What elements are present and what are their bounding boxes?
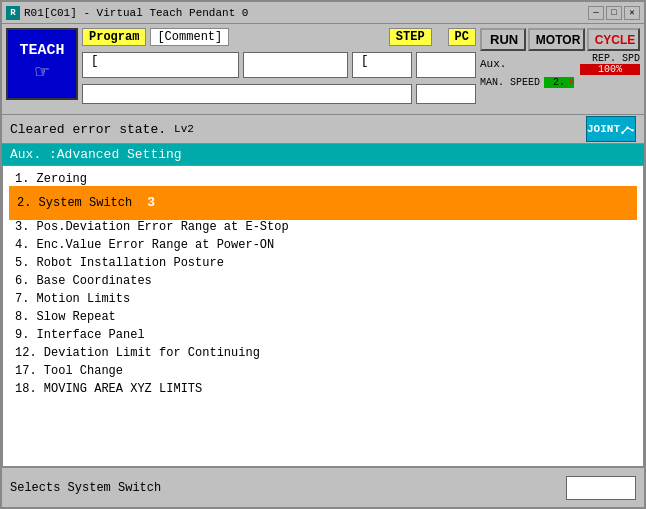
right-panel: RUN MOTOR CYCLE Aux. REP. SPD 100% MAN. … xyxy=(480,28,640,110)
close-button[interactable]: ✕ xyxy=(624,6,640,20)
man-speed-value: 2. xyxy=(553,77,565,88)
joint-label: JOINT xyxy=(587,123,620,135)
program-row2 xyxy=(82,84,476,104)
menu-item[interactable]: 3. Pos.Deviation Error Range at E-Stop xyxy=(11,218,635,236)
title-bar: R R01[C01] - Virtual Teach Pendant 0 — □… xyxy=(2,2,644,24)
minimize-button[interactable]: — xyxy=(588,6,604,20)
rep-spd-value: 100% xyxy=(580,64,640,75)
menu-item[interactable]: 9. Interface Panel xyxy=(11,326,635,344)
program-input[interactable]: [ xyxy=(82,52,239,78)
menu-item[interactable]: 5. Robot Installation Posture xyxy=(11,254,635,272)
bottom-input[interactable] xyxy=(566,476,636,500)
cleared-text: Cleared error state. xyxy=(10,122,166,137)
man-speed-label: MAN. SPEED xyxy=(480,77,540,88)
menu-item[interactable]: 6. Base Coordinates xyxy=(11,272,635,290)
main-window: R R01[C01] - Virtual Teach Pendant 0 — □… xyxy=(0,0,646,509)
top-panel: TEACH ☞ Program [Comment] STEP PC [ [ xyxy=(2,24,644,114)
cycle-button[interactable]: CYCLE xyxy=(587,28,640,51)
pc-label: PC xyxy=(448,28,476,46)
program-area: Program [Comment] STEP PC [ [ xyxy=(82,28,476,110)
program-inputs: [ [ xyxy=(82,52,476,78)
teach-label: TEACH xyxy=(19,42,64,59)
svg-point-3 xyxy=(626,127,628,129)
rep-spd-label: REP. SPD xyxy=(592,53,640,64)
run-button[interactable]: RUN xyxy=(480,28,526,51)
labels-row: Program [Comment] STEP PC xyxy=(82,28,476,46)
status-bar: Cleared error state. Lv2 JOINT xyxy=(2,114,644,144)
man-speed-h: H xyxy=(569,77,574,86)
window-controls: — □ ✕ xyxy=(588,6,640,20)
hand-icon: ☞ xyxy=(35,59,48,86)
bottom-status: Selects System Switch xyxy=(2,467,644,507)
program-row2-input[interactable] xyxy=(82,84,412,104)
man-speed-row: MAN. SPEED 2. H xyxy=(480,77,640,88)
aux-header: Aux. :Advanced Setting xyxy=(2,144,644,165)
maximize-button[interactable]: □ xyxy=(606,6,622,20)
svg-point-2 xyxy=(621,131,623,133)
aux-row: Aux. REP. SPD 100% xyxy=(480,53,640,75)
comment-label: [Comment] xyxy=(150,28,229,46)
hint-text: Selects System Switch xyxy=(10,481,161,495)
pc-input[interactable] xyxy=(416,52,476,78)
selection-badge: 3 xyxy=(140,192,162,214)
motor-button[interactable]: MOTOR xyxy=(528,28,585,51)
menu-item[interactable]: 17. Tool Change xyxy=(11,362,635,380)
menu-area: 1. Zeroing2. System Switch33. Pos.Deviat… xyxy=(2,165,644,467)
step-input[interactable]: [ xyxy=(352,52,412,78)
man-speed-bar: 2. H xyxy=(544,77,574,88)
lv2-label: Lv2 xyxy=(174,123,194,135)
menu-item[interactable]: 12. Deviation Limit for Continuing xyxy=(11,344,635,362)
aux-label: Aux. xyxy=(480,58,506,70)
app-icon: R xyxy=(6,6,20,20)
menu-item[interactable]: 7. Motion Limits xyxy=(11,290,635,308)
menu-item[interactable]: 18. MOVING AREA XYZ LIMITS xyxy=(11,380,635,398)
menu-item[interactable]: 8. Slow Repeat xyxy=(11,308,635,326)
comment-input[interactable] xyxy=(243,52,348,78)
menu-item[interactable]: 2. System Switch3 xyxy=(11,188,635,218)
menu-item[interactable]: 4. Enc.Value Error Range at Power-ON xyxy=(11,236,635,254)
rep-spd-panel: REP. SPD 100% xyxy=(580,53,640,75)
step-row2-input[interactable] xyxy=(416,84,476,104)
svg-point-4 xyxy=(631,129,633,131)
window-title: R01[C01] - Virtual Teach Pendant 0 xyxy=(24,7,248,19)
teach-button[interactable]: TEACH ☞ xyxy=(6,28,78,100)
joint-button[interactable]: JOINT xyxy=(586,116,636,142)
robot-arm-icon xyxy=(620,119,635,139)
program-label: Program xyxy=(82,28,146,46)
run-row: RUN MOTOR CYCLE xyxy=(480,28,640,51)
step-label: STEP xyxy=(389,28,432,46)
menu-item[interactable]: 1. Zeroing xyxy=(11,170,635,188)
